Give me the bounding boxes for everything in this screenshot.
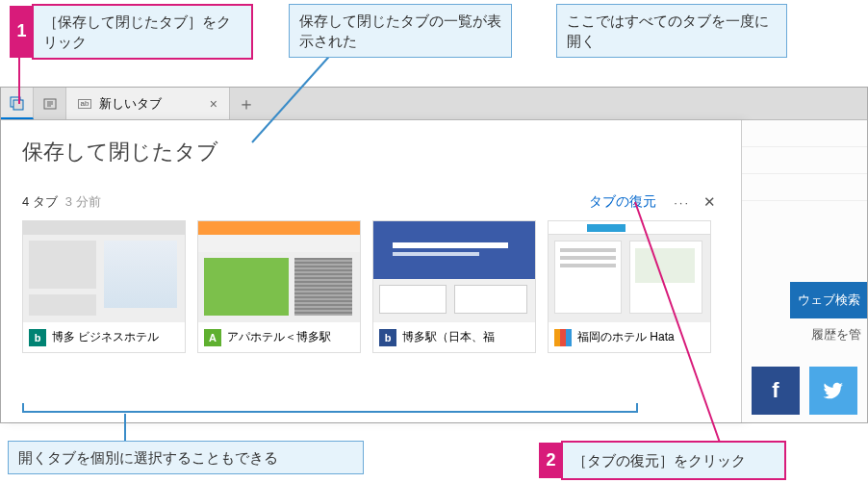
favicon-apa-icon: A	[204, 329, 221, 346]
manage-history-link[interactable]: 履歴を管	[811, 326, 861, 343]
show-saved-tabs-icon[interactable]	[1, 88, 34, 119]
saved-tab-thumbnail[interactable]: b 博多 ビジネスホテル	[22, 220, 186, 353]
facebook-tile-icon[interactable]: f	[752, 367, 800, 415]
thumbnail-label: 博多駅（日本、福	[402, 329, 495, 345]
callout-list-shown: 保存して閉じたタブの一覧が表示された	[289, 4, 512, 58]
new-tab-button[interactable]: ＋	[230, 88, 263, 119]
panel-title: 保存して閉じたタブ	[22, 138, 720, 166]
callout-text: ここではすべてのタブを一度に開く	[567, 13, 769, 49]
set-aside-tabs-icon[interactable]	[34, 88, 66, 119]
thumbnail-preview	[198, 221, 360, 321]
saved-tabs-panel: 保存して閉じたタブ 4 タブ 3 分前 タブの復元 ··· ✕ b 博多 ビジネ…	[1, 120, 742, 422]
panel-subheader: 4 タブ 3 分前 タブの復元 ··· ✕	[22, 193, 720, 211]
callout-select-individual: 開くタブを個別に選択することもできる	[8, 441, 364, 474]
more-menu-icon[interactable]: ···	[674, 195, 690, 210]
saved-tab-thumbnail[interactable]: A アパホテル＜博多駅	[197, 220, 361, 353]
callout-open-all: ここではすべてのタブを一度に開く	[556, 4, 787, 58]
browser-window: ab 新しいタブ × ＋ 保存して閉じたタブ 4 タブ 3 分前 タブの復元 ·…	[0, 87, 868, 423]
step-number-badge: 2	[539, 443, 563, 478]
restore-tabs-link[interactable]: タブの復元	[589, 193, 656, 211]
close-panel-icon[interactable]: ✕	[703, 193, 716, 211]
favicon-jalan-icon	[554, 329, 572, 346]
callout-text: 保存して閉じたタブの一覧が表示された	[299, 13, 501, 49]
tab-title: 新しいタブ	[99, 95, 162, 113]
thumbnail-preview	[373, 221, 535, 321]
tab-strip: ab 新しいタブ × ＋	[1, 88, 867, 120]
browser-tab-new[interactable]: ab 新しいタブ ×	[66, 88, 230, 119]
thumbnail-label: アパホテル＜博多駅	[227, 329, 331, 345]
thumbnail-row: b 博多 ビジネスホテル A アパホテル＜博多駅	[22, 220, 720, 353]
saved-tab-thumbnail[interactable]: b 博多駅（日本、福	[372, 220, 536, 353]
tab-count: 4 タブ	[22, 193, 58, 211]
saved-tab-thumbnail[interactable]: 福岡のホテル Hata	[548, 220, 711, 353]
callout-step1: 1 ［保存して閉じたタブ］をクリック	[32, 4, 253, 60]
callout-text: ［保存して閉じたタブ］をクリック	[43, 13, 231, 50]
favicon-bing-icon: b	[29, 329, 46, 346]
callout-step2: 2 ［タブの復元］をクリック	[561, 441, 786, 480]
step-number-badge: 1	[10, 6, 34, 58]
tab-favicon-icon: ab	[78, 99, 91, 109]
thumbnail-label: 福岡のホテル Hata	[577, 329, 675, 345]
close-tab-icon[interactable]: ×	[210, 96, 217, 112]
thumbnail-label: 博多 ビジネスホテル	[52, 329, 159, 345]
thumbnail-preview	[23, 221, 185, 321]
selection-bracket	[22, 403, 638, 413]
callout-text: ［タブの復元］をクリック	[573, 452, 746, 469]
thumbnail-preview	[549, 221, 710, 321]
favicon-bingmap-icon: b	[379, 329, 396, 346]
twitter-tile-icon[interactable]	[809, 367, 857, 415]
callout-text: 開くタブを個別に選択することもできる	[18, 449, 278, 466]
background-page-peek: ウェブ検索 履歴を管 f	[742, 120, 867, 422]
web-search-button[interactable]: ウェブ検索	[790, 282, 867, 318]
svg-rect-1	[13, 100, 23, 110]
tab-saved-time: 3 分前	[65, 193, 101, 211]
